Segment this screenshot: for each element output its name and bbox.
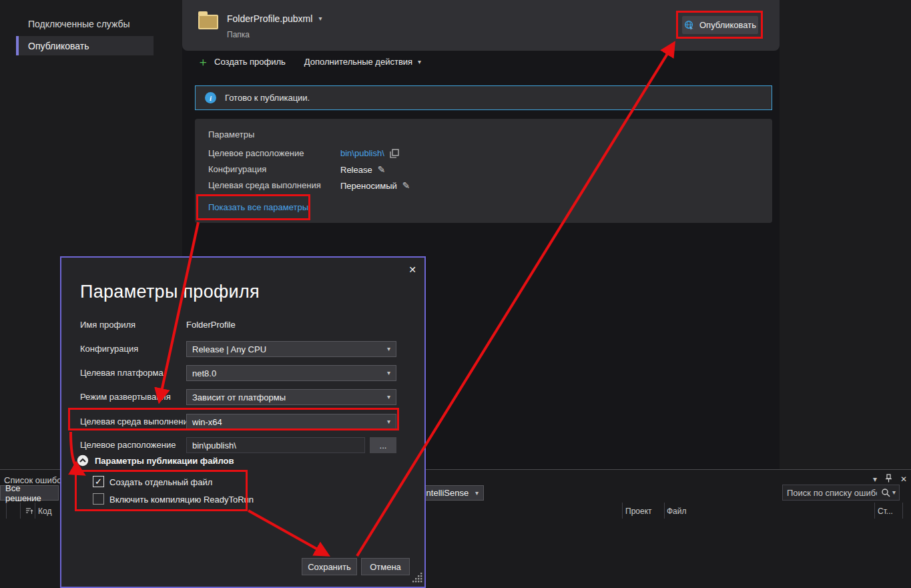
target-framework-label: Целевая платформа [80, 368, 164, 378]
close-icon[interactable]: ✕ [900, 475, 907, 484]
column-header-project[interactable]: Проект [625, 507, 652, 516]
profile-name-label: Имя профиля [80, 320, 135, 330]
sidebar-item-publish[interactable]: Опубликовать [16, 36, 154, 55]
pin-icon[interactable] [885, 474, 892, 485]
summary-row-configuration: Конфигурация Release ✎ [208, 164, 385, 175]
deployment-mode-value: Зависит от платформы [192, 392, 286, 402]
runtime-value: Переносимый [340, 181, 397, 191]
collapse-chevron-icon [77, 455, 89, 467]
ready-status-text: Готово к публикации. [225, 93, 310, 103]
selection-accent-bar [16, 36, 19, 55]
publish-button[interactable]: Опубликовать [682, 16, 758, 34]
search-options-caret[interactable]: ▾ [890, 489, 899, 496]
configuration-value: Release | Any CPU [192, 344, 266, 354]
ready-to-run-checkbox[interactable] [93, 493, 104, 505]
chevron-down-icon: ▾ [387, 370, 390, 376]
error-search-box: ▾ [782, 485, 900, 501]
column-separator [622, 503, 623, 519]
dialog-title: Параметры профиля [80, 282, 260, 302]
profile-settings-dialog: ✕ Параметры профиля Имя профиля FolderPr… [60, 256, 426, 588]
summary-row-target-location: Целевое расположение bin\publish\ [208, 148, 399, 158]
plus-icon: ＋ [197, 57, 209, 67]
target-location-label: Целевое расположение [208, 148, 340, 158]
configuration-value: Release [340, 165, 372, 175]
info-icon: i [205, 92, 216, 103]
search-icon[interactable] [881, 488, 890, 497]
deployment-mode-dropdown[interactable]: Зависит от платформы ▾ [186, 389, 396, 405]
panel-window-controls: ▾ ✕ [873, 474, 907, 485]
chevron-down-icon[interactable]: ▾ [318, 15, 322, 22]
publish-globe-icon [684, 20, 695, 31]
error-search-input[interactable] [783, 488, 881, 498]
column-separator [20, 503, 21, 519]
configuration-dropdown[interactable]: Release | Any CPU ▾ [186, 341, 396, 357]
profile-name-value: FolderProfile [186, 320, 236, 330]
column-separator [664, 503, 665, 519]
provider-filter-value: IntelliSense [424, 488, 469, 498]
configuration-label: Конфигурация [80, 344, 138, 354]
runtime-label: Целевая среда выполнения [208, 180, 340, 191]
profile-kind-label: Папка [227, 30, 250, 39]
sidebar-section-label: Подключенные службы [28, 19, 130, 29]
chevron-down-icon: ▾ [475, 490, 479, 497]
column-header-line[interactable]: Ст... [878, 507, 893, 516]
chevron-down-icon: ▾ [387, 418, 390, 425]
profile-header-band: FolderProfile.pubxml ▾ Папка Опубликоват… [182, 0, 780, 51]
column-separator [35, 503, 35, 519]
column-separator [902, 503, 903, 519]
target-framework-value: net8.0 [192, 368, 216, 378]
save-button[interactable]: Сохранить [302, 558, 357, 575]
more-actions-label: Дополнительные действия [304, 57, 412, 67]
profile-actions-row: ＋ Создать профиль Дополнительные действи… [197, 57, 421, 67]
configuration-label: Конфигурация [208, 164, 340, 175]
target-runtime-dropdown[interactable]: win-x64 ▾ [186, 414, 396, 430]
cancel-button[interactable]: Отмена [361, 558, 410, 575]
column-separator [874, 503, 875, 519]
profile-file-name: FolderProfile.pubxml [227, 13, 312, 24]
folder-icon [198, 15, 218, 29]
edit-pencil-icon[interactable]: ✎ [378, 164, 386, 175]
check-icon: ✓ [95, 477, 102, 487]
file-publish-options-title: Параметры публикации файлов [95, 456, 234, 466]
single-file-checkbox[interactable]: ✓ [93, 476, 104, 487]
column-header-code[interactable]: Код [38, 507, 51, 516]
browse-button[interactable]: ... [370, 437, 396, 453]
chevron-down-icon: ▾ [418, 59, 421, 65]
settings-summary-panel: Параметры Целевое расположение bin\publi… [195, 119, 772, 223]
target-location-link[interactable]: bin\publish\ [340, 148, 384, 158]
ready-to-run-label: Включить компиляцию ReadyToRun [109, 495, 254, 505]
column-header-file[interactable]: Файл [667, 507, 687, 516]
copy-icon[interactable] [390, 149, 399, 158]
scope-filter-value: Все решение [5, 483, 53, 503]
deployment-mode-label: Режим развертывания [80, 392, 171, 402]
create-profile-label: Создать профиль [214, 57, 286, 67]
target-location-label: Целевое расположение [80, 440, 176, 450]
scope-filter-dropdown[interactable]: Все решение [0, 485, 59, 501]
create-profile-button[interactable]: ＋ Создать профиль [197, 57, 286, 67]
sidebar-item-label: Опубликовать [28, 41, 89, 51]
ready-status-bar: i Готово к публикации. [195, 85, 772, 110]
file-publish-options-toggle[interactable]: Параметры публикации файлов [77, 455, 234, 467]
provider-filter-dropdown[interactable]: IntelliSense ▾ [418, 485, 484, 501]
publish-button-label: Опубликовать [699, 20, 756, 30]
column-separator [6, 503, 7, 519]
more-actions-button[interactable]: Дополнительные действия ▾ [304, 57, 421, 67]
severity-sort-icon[interactable] [25, 506, 33, 517]
single-file-label: Создать отдельный файл [109, 477, 212, 487]
show-all-settings-link[interactable]: Показать все параметры [208, 202, 308, 212]
profile-title-row: FolderProfile.pubxml ▾ [227, 13, 322, 24]
close-icon[interactable]: ✕ [408, 264, 416, 275]
chevron-down-icon: ▾ [387, 394, 390, 400]
target-runtime-label: Целевая среда выполнения [80, 416, 193, 426]
window-position-icon[interactable]: ▾ [873, 475, 877, 483]
summary-row-runtime: Целевая среда выполнения Переносимый ✎ [208, 180, 410, 191]
target-runtime-value: win-x64 [192, 417, 222, 427]
target-framework-dropdown[interactable]: net8.0 ▾ [186, 365, 396, 381]
resize-grip[interactable] [412, 573, 422, 585]
edit-pencil-icon[interactable]: ✎ [402, 180, 410, 191]
target-location-input[interactable] [186, 437, 365, 453]
settings-summary-title: Параметры [208, 129, 254, 139]
chevron-down-icon: ▾ [387, 346, 390, 352]
